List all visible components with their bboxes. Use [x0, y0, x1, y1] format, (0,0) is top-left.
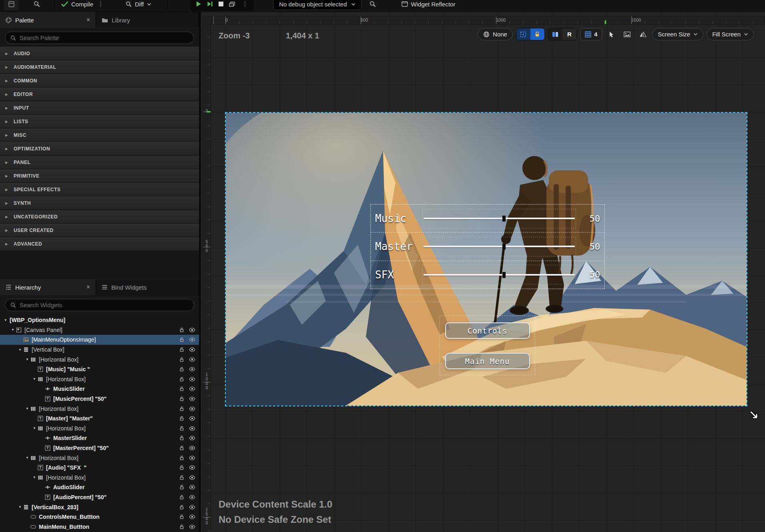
eye-icon[interactable] [189, 505, 195, 510]
close-tab-icon[interactable]: × [86, 16, 90, 24]
palette-category-primitive[interactable]: ▶PRIMITIVE [0, 169, 199, 183]
eye-icon[interactable] [189, 456, 195, 460]
hierarchy-row-musicpercent-50[interactable]: [MusicPercent] "50" [0, 394, 199, 404]
palette-category-uncategorized[interactable]: ▶UNCATEGORIZED [0, 210, 199, 224]
expand-arrow-icon[interactable]: ▶ [5, 215, 9, 219]
compile-button[interactable]: Compile ⋮ [57, 0, 108, 11]
stop-button[interactable] [219, 2, 223, 6]
lock-icon[interactable] [179, 406, 185, 412]
close-tab-icon[interactable]: × [86, 284, 90, 291]
anchor-visualization-button[interactable] [516, 28, 530, 40]
eye-icon[interactable] [189, 446, 195, 450]
columns-icon-button[interactable] [548, 28, 562, 40]
eye-icon[interactable] [189, 367, 195, 372]
expander-icon[interactable]: ▼ [17, 348, 23, 352]
slider-track-master[interactable] [422, 237, 576, 256]
lock-icon[interactable] [179, 426, 185, 431]
controls-button[interactable]: Controls [445, 322, 530, 339]
expand-arrow-icon[interactable]: ▶ [5, 201, 9, 205]
hierarchy-row-horizontal-box[interactable]: ▼[Horizontal Box] [0, 404, 199, 414]
palette-category-synth[interactable]: ▶SYNTH [0, 196, 199, 210]
hierarchy-row-audio-sfx[interactable]: [Audio] "SFX " [0, 463, 199, 473]
diff-button[interactable]: Diff [122, 0, 155, 11]
detach-button[interactable] [229, 2, 235, 7]
lock-icon[interactable] [179, 524, 185, 530]
hierarchy-row-horizontal-box[interactable]: ▼[Horizontal Box] [0, 424, 199, 434]
play-options-icon[interactable]: ⋮ [242, 0, 248, 8]
widget-reflector-button[interactable]: Widget Reflector [398, 0, 460, 11]
lock-icon[interactable] [179, 376, 185, 382]
hierarchy-row-music-music[interactable]: [Music] "Music " [0, 364, 199, 374]
hierarchy-row-mainmenu-buttton[interactable]: MainMenu_Buttton [0, 522, 199, 532]
r-toggle-button[interactable]: R [562, 28, 576, 40]
design-area[interactable]: Music50Master50SFX50 Controls Main Menu [225, 112, 747, 406]
lock-icon[interactable] [179, 347, 185, 352]
designer-viewport[interactable]: 050010001500 05 0 01 0 0 01 5 0 0 Zoom -… [201, 12, 765, 532]
lock-icon[interactable] [179, 494, 185, 500]
localization-preview-dropdown[interactable]: None [478, 28, 513, 40]
play-button[interactable] [196, 1, 201, 7]
hierarchy-row-musicslider[interactable]: MusicSlider [0, 384, 199, 394]
lock-icon[interactable] [179, 416, 185, 421]
eye-icon[interactable] [189, 396, 195, 401]
eye-icon[interactable] [189, 386, 195, 391]
lock-widget-button[interactable] [530, 28, 544, 40]
eye-icon[interactable] [189, 436, 195, 440]
hierarchy-row-wbp-optionsmenu[interactable]: ▼[WBP_OptionsMenu] [0, 315, 199, 325]
texture-preview-icon[interactable] [621, 28, 633, 40]
palette-category-panel[interactable]: ▶PANEL [0, 156, 199, 169]
expander-icon[interactable]: ▼ [17, 505, 23, 509]
palette-category-audio[interactable]: ▶AUDIO [0, 47, 199, 60]
eye-icon[interactable] [189, 416, 195, 421]
eye-icon[interactable] [189, 475, 195, 480]
slider-track-music[interactable] [422, 209, 576, 228]
slider-thumb[interactable] [502, 244, 506, 250]
hierarchy-row-horizontal-box[interactable]: ▼[Horizontal Box] [0, 473, 199, 483]
palette-category-audiomaterial[interactable]: ▶AUDIOMATERIAL [0, 60, 199, 74]
hierarchy-row-vertical-box[interactable]: ▼[Vertical Box] [0, 345, 199, 355]
window-menu-icon[interactable] [4, 0, 18, 10]
find-in-blueprint-icon[interactable] [30, 0, 44, 10]
eye-icon[interactable] [189, 377, 195, 382]
tab-library[interactable]: Library [96, 12, 199, 28]
lock-icon[interactable] [179, 337, 185, 342]
expander-icon[interactable]: ▼ [24, 407, 30, 410]
debug-search-icon[interactable] [365, 0, 380, 10]
expand-arrow-icon[interactable]: ▶ [5, 52, 9, 56]
palette-category-input[interactable]: ▶INPUT [0, 101, 199, 115]
expand-arrow-icon[interactable]: ▶ [5, 188, 9, 192]
eye-icon[interactable] [189, 514, 195, 519]
hierarchy-search-box[interactable] [5, 299, 194, 311]
expand-arrow-icon[interactable]: ▶ [5, 106, 9, 110]
expander-icon[interactable]: ▼ [31, 476, 38, 479]
expander-icon[interactable]: ▼ [24, 456, 30, 460]
palette-category-advanced[interactable]: ▶ADVANCED [0, 237, 199, 251]
slider-thumb[interactable] [502, 272, 506, 278]
expand-arrow-icon[interactable]: ▶ [5, 228, 9, 232]
eye-icon[interactable] [189, 357, 195, 362]
lock-icon[interactable] [179, 484, 185, 490]
eye-icon[interactable] [189, 465, 195, 470]
hierarchy-row-masterslider[interactable]: MasterSlider [0, 433, 199, 443]
select-tool-icon[interactable] [605, 28, 618, 40]
palette-category-editor[interactable]: ▶EDITOR [0, 88, 199, 101]
lock-icon[interactable] [179, 445, 185, 451]
hierarchy-row-master-master[interactable]: [Master] "Master" [0, 414, 199, 424]
frame-skip-button[interactable] [207, 1, 213, 7]
hierarchy-row-horizontal-box[interactable]: ▼[Horizontal Box] [0, 374, 199, 384]
lock-icon[interactable] [179, 435, 185, 441]
expander-icon[interactable]: ▼ [24, 358, 30, 361]
hierarchy-row-horizontal-box[interactable]: ▼[Horizontal Box] [0, 354, 199, 364]
tab-palette[interactable]: Palette × [0, 12, 96, 28]
hierarchy-row-canvas-panel[interactable]: ▼[Canvas Panel] [0, 325, 199, 335]
eye-icon[interactable] [189, 328, 195, 332]
expander-icon[interactable]: ▼ [2, 318, 9, 322]
eye-icon[interactable] [189, 524, 195, 529]
expander-icon[interactable]: ▼ [31, 377, 38, 381]
palette-category-special-effects[interactable]: ▶SPECIAL EFFECTS [0, 183, 199, 196]
lock-icon[interactable] [179, 357, 185, 362]
lock-icon[interactable] [179, 366, 185, 372]
palette-search-input[interactable] [20, 34, 189, 41]
expand-arrow-icon[interactable]: ▶ [5, 133, 9, 137]
palette-search-box[interactable] [5, 32, 194, 44]
